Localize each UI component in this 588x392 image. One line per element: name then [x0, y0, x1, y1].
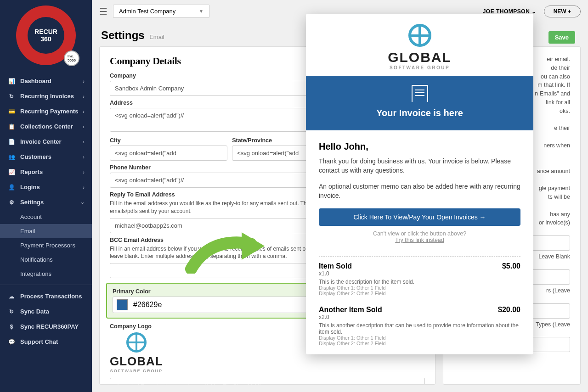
logo-text-2: 360: [40, 35, 51, 43]
preview-line-item: Item Sold$5.00 x1.0 This is the descript…: [319, 256, 520, 300]
chevron-right-icon: ›: [83, 124, 85, 129]
item-meta: Display Other 2: Other 2 Field: [319, 341, 520, 346]
sidebar: RECUR 360 Inc.5000 📊Dashboard› ↻Recurrin…: [0, 0, 92, 392]
city-input[interactable]: [110, 146, 227, 161]
user-icon: 👤: [7, 184, 16, 190]
document-icon: 📄: [7, 139, 16, 145]
nav-label: Sync Data: [20, 308, 49, 315]
accepted-formats: Accepted Formats: .jpg .png .bmp .gif. M…: [116, 383, 247, 385]
nav-label: Dashboard: [20, 78, 51, 84]
company-dropdown[interactable]: Admin Test Company ▼: [113, 5, 209, 18]
chevron-right-icon: ›: [83, 154, 85, 160]
nav-sync-data[interactable]: ↻Sync Data: [0, 304, 92, 319]
nav-dashboard[interactable]: 📊Dashboard›: [0, 73, 92, 89]
preview-help-text: Can't view or click the button above?: [319, 230, 520, 237]
nav-recurring-invoices[interactable]: ↻Recurring Invoices›: [0, 89, 92, 104]
preview-banner-title: Your Invoice is here: [306, 108, 533, 118]
logo-sub-text: SOFTWARE GROUP: [110, 369, 163, 373]
item-name: Another Item Sold: [319, 306, 382, 314]
preview-brand: GLOBAL: [388, 50, 452, 65]
dollar-icon: $: [7, 324, 16, 330]
chevron-right-icon: ›: [83, 78, 85, 84]
nav-recurring-payments[interactable]: 💳Recurring Payments›: [0, 104, 92, 119]
nav-label: Reports: [20, 168, 43, 175]
nav-support-chat[interactable]: 💬Support Chat: [0, 334, 92, 349]
chevron-right-icon: ›: [83, 109, 85, 114]
nav-label: Sync RECUR360PAY: [20, 323, 79, 330]
preview-help-link[interactable]: Try this link instead: [395, 237, 444, 243]
logo-text-1: RECUR: [34, 28, 57, 35]
item-price: $20.00: [498, 306, 520, 314]
hamburger-icon[interactable]: ☰: [99, 6, 107, 17]
item-meta: Display Other 1: Other 1 Field: [319, 335, 520, 341]
file-upload-box: Accepted Formats: .jpg .png .bmp .gif. M…: [110, 378, 425, 385]
preview-paragraph-2: An optional customer memo can also be ad…: [319, 182, 520, 201]
email-preview: GLOBAL SOFTWARE GROUP Your Invoice is he…: [306, 14, 533, 354]
nav-label: Process Transactions: [20, 293, 82, 300]
gear-icon: ⚙: [7, 199, 16, 206]
item-desc: This is the description for the item sol…: [319, 279, 520, 285]
dashboard-icon: 📊: [7, 78, 16, 84]
refresh-icon: ↻: [7, 93, 16, 100]
nav-label: Logins: [20, 184, 40, 190]
sync-icon: ↻: [7, 308, 16, 315]
item-qty: x1.0: [319, 270, 520, 277]
globe-icon: [408, 24, 431, 47]
chevron-down-icon: ⌄: [80, 199, 85, 205]
color-swatch: [117, 299, 128, 310]
nav-sub-email[interactable]: Email: [0, 224, 92, 238]
nav-process-transactions[interactable]: ☁Process Transactions: [0, 289, 92, 304]
item-name: Item Sold: [319, 262, 352, 270]
inc5000-badge: Inc.5000: [64, 50, 79, 66]
chevron-down-icon: ▼: [199, 9, 204, 14]
page-title: Settings: [101, 29, 145, 41]
users-icon: 👥: [7, 154, 16, 160]
nav-settings[interactable]: ⚙Settings⌄: [0, 195, 92, 210]
card-icon: 💳: [7, 108, 16, 115]
cloud-icon: ☁: [7, 293, 16, 300]
nav-label: Support Chat: [20, 338, 58, 345]
preview-greeting: Hello John,: [319, 141, 520, 152]
chevron-right-icon: ›: [83, 94, 85, 99]
company-selected: Admin Test Company: [119, 8, 175, 15]
nav-sync-recur360pay[interactable]: $Sync RECUR360PAY: [0, 319, 92, 334]
item-qty: x2.0: [319, 314, 520, 320]
nav-label: Settings: [20, 199, 44, 206]
color-value: #26629e: [133, 301, 162, 309]
nav-sub-account[interactable]: Account: [0, 210, 92, 224]
nav-collections-center[interactable]: 📋Collections Center›: [0, 119, 92, 134]
receipt-icon: [412, 85, 428, 103]
item-meta: Display Other 1: Other 1 Field: [319, 285, 520, 291]
nav-logins[interactable]: 👤Logins›: [0, 179, 92, 195]
chat-icon: 💬: [7, 339, 16, 345]
nav-label: Recurring Invoices: [20, 93, 74, 100]
city-label: City: [110, 137, 227, 144]
nav-sub-integrations[interactable]: Integrations: [0, 267, 92, 281]
nav-sub-payment-processors[interactable]: Payment Processors: [0, 238, 92, 252]
preview-banner: Your Invoice is here: [306, 76, 533, 130]
nav-label: Collections Center: [20, 123, 73, 130]
nav-label: Invoice Center: [20, 138, 62, 145]
item-price: $5.00: [502, 262, 520, 270]
clipboard-icon: 📋: [7, 123, 16, 130]
preview-brand-sub: SOFTWARE GROUP: [390, 65, 450, 70]
new-button[interactable]: NEW +: [544, 6, 581, 17]
chevron-right-icon: ›: [83, 185, 85, 190]
page-subtitle: Email: [149, 34, 164, 40]
logo-brand-text: GLOBAL: [110, 354, 163, 369]
save-button[interactable]: Save: [548, 31, 575, 44]
item-meta: Display Other 2: Other 2 Field: [319, 291, 520, 296]
nav-customers[interactable]: 👥Customers›: [0, 149, 92, 164]
nav-label: Recurring Payments: [20, 108, 78, 115]
chevron-right-icon: ›: [83, 169, 85, 175]
item-desc: This is another description that can be …: [319, 322, 520, 335]
nav-reports[interactable]: 📈Reports›: [0, 164, 92, 179]
max-file-size: 10 Mb: [247, 383, 262, 385]
preview-cta-button[interactable]: Click Here To View/Pay Your Open Invoice…: [319, 208, 520, 226]
preview-paragraph-1: Thank you for doing business with us. Yo…: [319, 157, 520, 175]
globe-icon: [126, 332, 147, 353]
nav-invoice-center[interactable]: 📄Invoice Center›: [0, 134, 92, 149]
preview-line-item: Another Item Sold$20.00 x2.0 This is ano…: [319, 300, 520, 350]
nav-sub-notifications[interactable]: Notifications: [0, 252, 92, 267]
chart-icon: 📈: [7, 169, 16, 175]
